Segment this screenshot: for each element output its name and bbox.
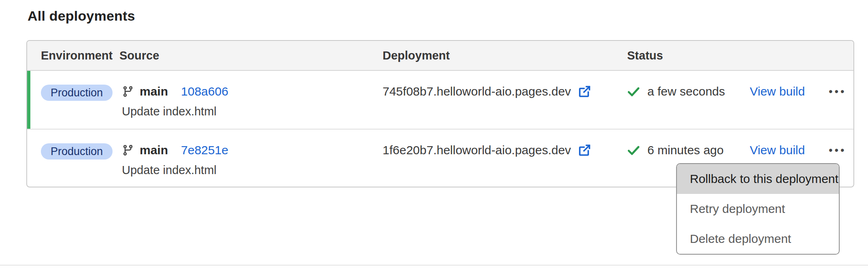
table-header-row: Environment Source Deployment Status bbox=[27, 41, 853, 71]
deployment-url: 1f6e20b7.helloworld-aio.pages.dev bbox=[383, 143, 571, 157]
deployment-url: 745f08b7.helloworld-aio.pages.dev bbox=[383, 85, 571, 98]
view-build-link[interactable]: View build bbox=[750, 143, 805, 157]
menu-item-delete[interactable]: Delete deployment bbox=[677, 224, 839, 254]
row-actions-menu-button[interactable]: ••• bbox=[829, 83, 846, 100]
row-actions-menu-button[interactable]: ••• bbox=[829, 142, 846, 159]
menu-item-rollback[interactable]: Rollback to this deployment bbox=[677, 164, 839, 194]
column-header-deployment: Deployment bbox=[383, 49, 627, 62]
external-link-icon[interactable] bbox=[577, 84, 592, 99]
git-branch-icon bbox=[122, 144, 134, 156]
environment-badge: Production bbox=[41, 143, 113, 160]
commit-link[interactable]: 7e8251e bbox=[181, 143, 228, 157]
deployment-age: 6 minutes ago bbox=[647, 143, 723, 157]
page-bottom-divider bbox=[0, 265, 868, 266]
branch-name: main bbox=[140, 143, 168, 157]
branch-name: main bbox=[140, 85, 168, 98]
table-row: Production main 108a606 Update index.htm… bbox=[27, 71, 853, 130]
external-link-icon[interactable] bbox=[577, 143, 592, 157]
check-icon bbox=[627, 144, 640, 157]
page-title: All deployments bbox=[28, 8, 135, 24]
deployment-age: a few seconds bbox=[647, 85, 725, 98]
environment-badge: Production bbox=[41, 85, 113, 101]
commit-link[interactable]: 108a606 bbox=[181, 85, 228, 98]
commit-message: Update index.html bbox=[122, 164, 383, 177]
deployment-actions-menu: Rollback to this deployment Retry deploy… bbox=[676, 163, 840, 255]
menu-item-retry[interactable]: Retry deployment bbox=[677, 194, 839, 224]
check-icon bbox=[627, 85, 640, 98]
column-header-source: Source bbox=[119, 49, 383, 62]
view-build-link[interactable]: View build bbox=[750, 85, 805, 98]
git-branch-icon bbox=[122, 85, 134, 98]
column-header-status: Status bbox=[627, 49, 750, 62]
column-header-environment: Environment bbox=[41, 49, 119, 62]
commit-message: Update index.html bbox=[122, 105, 383, 118]
current-deployment-indicator bbox=[27, 71, 30, 129]
